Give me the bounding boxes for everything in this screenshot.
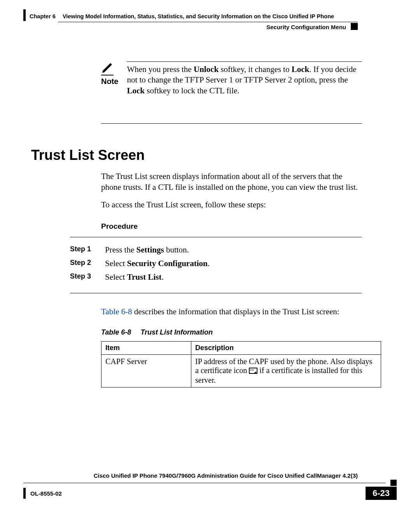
step-row: Step 1 Press the Settings button. — [70, 245, 362, 255]
footer-edge-mark — [23, 488, 26, 499]
table-crossref-link[interactable]: Table 6-8 — [101, 307, 132, 316]
page-number-badge: 6-23 — [366, 487, 397, 500]
table-intro-paragraph: Table 6-8 describes the information that… — [101, 307, 362, 317]
note-label: Note — [101, 77, 118, 86]
procedure-rule-top — [70, 237, 362, 237]
procedure-steps: Step 1 Press the Settings button. Step 2… — [70, 245, 362, 282]
note-text: When you press the Unlock softkey, it ch… — [127, 61, 362, 96]
body-paragraph: To access the Trust List screen, follow … — [101, 200, 362, 210]
table-caption: Table 6-8 Trust List Information — [101, 328, 385, 336]
svg-rect-3 — [252, 370, 254, 370]
body-paragraph: The Trust List screen displays informati… — [101, 171, 362, 193]
page-footer: Cisco Unified IP Phone 7940G/7960G Admin… — [23, 472, 397, 500]
step-label: Step 2 — [70, 259, 93, 268]
certificate-icon — [249, 367, 257, 376]
step-label: Step 3 — [70, 272, 93, 282]
step-text: Select Security Configuration. — [105, 259, 362, 268]
note-block: Note When you press the Unlock softkey, … — [101, 61, 362, 96]
header-section-name: Security Configuration Menu — [266, 24, 346, 30]
table-cell-item: CAPF Server — [102, 354, 191, 387]
trust-list-table: Item Description CAPF Server IP address … — [101, 341, 381, 387]
pencil-icon — [101, 68, 114, 75]
svg-rect-2 — [250, 370, 252, 370]
chapter-title: Viewing Model Information, Status, Stati… — [63, 13, 334, 19]
table-cell-description: IP address of the CAPF used by the phone… — [191, 354, 381, 387]
chapter-label: Chapter 6 — [30, 13, 56, 19]
step-row: Step 3 Select Trust List. — [70, 272, 362, 282]
step-label: Step 1 — [70, 245, 93, 255]
procedure-label: Procedure — [101, 222, 385, 231]
table-caption-number: Table 6-8 — [101, 328, 131, 336]
table-header-item: Item — [102, 341, 191, 354]
running-header: Chapter 6 Viewing Model Information, Sta… — [30, 13, 334, 19]
table-header-description: Description — [191, 341, 381, 354]
note-bottom-rule — [101, 123, 362, 124]
page-corner-mark — [351, 23, 358, 30]
footer-guide-title: Cisco Unified IP Phone 7940G/7960G Admin… — [23, 472, 358, 479]
procedure-rule-bottom — [70, 293, 362, 293]
step-text: Press the Settings button. — [105, 245, 362, 255]
section-heading: Trust List Screen — [31, 147, 385, 163]
step-text: Select Trust List. — [105, 272, 362, 282]
footer-square-mark — [390, 480, 397, 486]
step-row: Step 2 Select Security Configuration. — [70, 259, 362, 268]
table-caption-title: Trust List Information — [140, 328, 213, 336]
footer-doc-id: OL-8555-02 — [30, 490, 62, 497]
table-row: CAPF Server IP address of the CAPF used … — [102, 354, 381, 387]
page-edge-mark-left — [23, 9, 26, 21]
